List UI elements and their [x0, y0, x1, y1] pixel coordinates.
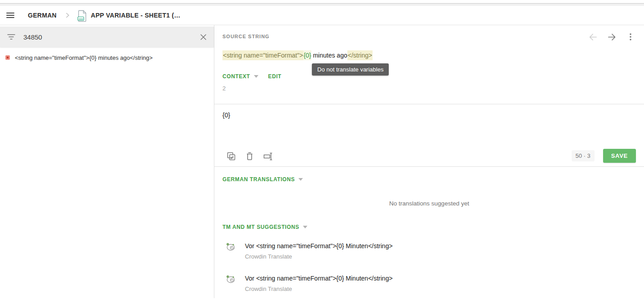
source-string-header: SOURCE STRING — [222, 34, 270, 39]
strings-sidebar: <string name="timeFormat">{0} minutes ag… — [0, 25, 214, 298]
character-counter: 50 · 3 — [572, 150, 595, 161]
list-item[interactable]: <string name="timeFormat">{0} minutes ag… — [0, 50, 214, 65]
editor-toolbar — [226, 151, 273, 161]
save-button[interactable]: SAVE — [603, 149, 636, 163]
content: <string name="timeFormat">{0} minutes ag… — [0, 25, 644, 298]
translations-section-title[interactable]: GERMAN TRANSLATIONS — [222, 176, 295, 183]
search-bar — [0, 27, 214, 47]
search-input[interactable] — [23, 33, 199, 41]
suggestion-text[interactable]: Vor <string name="timeFormat">{0} Minute… — [245, 275, 393, 282]
source-string: <string name="timeFormat">{0} minutes ag… — [222, 52, 373, 59]
suggestion-provider: Crowdin Translate — [245, 286, 292, 292]
csv-file-icon: csv — [77, 10, 87, 22]
clear-search-icon[interactable] — [199, 32, 208, 41]
next-string-icon[interactable] — [606, 31, 617, 42]
browser-edge-strip — [0, 0, 644, 4]
suggestion-provider: Crowdin Translate — [245, 253, 292, 260]
divider — [214, 166, 644, 167]
context-edit-button[interactable]: EDIT — [268, 73, 282, 80]
app-header: GERMAN csv APP VARIABLE - SHEET1 (… — [0, 6, 644, 25]
menu-icon[interactable] — [6, 10, 17, 21]
context-row: CONTEXT EDIT — [222, 73, 281, 80]
translation-panel: SOURCE STRING <string name="timeFormat">… — [214, 25, 644, 298]
suggestions-section-header: TM AND MT SUGGESTIONS — [222, 224, 307, 230]
translations-section-header: GERMAN TRANSLATIONS — [222, 176, 303, 183]
suggestions-caret-icon[interactable] — [303, 226, 307, 228]
select-text-icon[interactable] — [262, 151, 273, 161]
breadcrumb-file-title[interactable]: APP VARIABLE - SHEET1 (… — [91, 12, 181, 19]
editor-actions: 50 · 3 SAVE — [572, 149, 636, 163]
previous-string-icon[interactable] — [587, 31, 598, 42]
context-value: 2 — [222, 85, 226, 92]
source-plain-text: minutes ago — [311, 52, 347, 59]
more-options-icon[interactable] — [625, 31, 636, 42]
string-list: <string name="timeFormat">{0} minutes ag… — [0, 47, 214, 65]
list-item-text: <string name="timeFormat">{0} minutes ag… — [15, 54, 153, 61]
translation-input[interactable]: {0} — [222, 112, 402, 138]
filter-icon[interactable] — [6, 33, 16, 40]
no-translations-message: No translations suggested yet — [214, 200, 644, 207]
divider — [214, 104, 644, 104]
crowdin-translate-icon[interactable] — [226, 274, 236, 286]
svg-text:csv: csv — [79, 17, 84, 20]
untranslated-status-icon — [5, 55, 10, 60]
source-close-tag: </string> — [347, 50, 373, 60]
context-label[interactable]: CONTEXT — [222, 73, 250, 80]
crowdin-translate-icon[interactable] — [226, 241, 236, 254]
breadcrumb-chevron-icon — [64, 12, 71, 19]
source-open-tag: <string name="timeFormat"> — [222, 50, 303, 60]
translations-caret-icon[interactable] — [298, 178, 303, 181]
delete-translation-icon[interactable] — [244, 151, 255, 161]
context-caret-icon[interactable] — [254, 75, 258, 78]
variable-tooltip: Do not translate variables — [312, 63, 389, 76]
source-variable[interactable]: {0} — [303, 50, 311, 60]
breadcrumb-language[interactable]: GERMAN — [28, 12, 57, 19]
suggestion-text[interactable]: Vor <string name="timeFormat">{0} Minute… — [245, 242, 393, 250]
suggestions-section-title[interactable]: TM AND MT SUGGESTIONS — [222, 224, 299, 230]
copy-source-icon[interactable] — [226, 151, 236, 161]
string-navigation — [587, 31, 636, 42]
